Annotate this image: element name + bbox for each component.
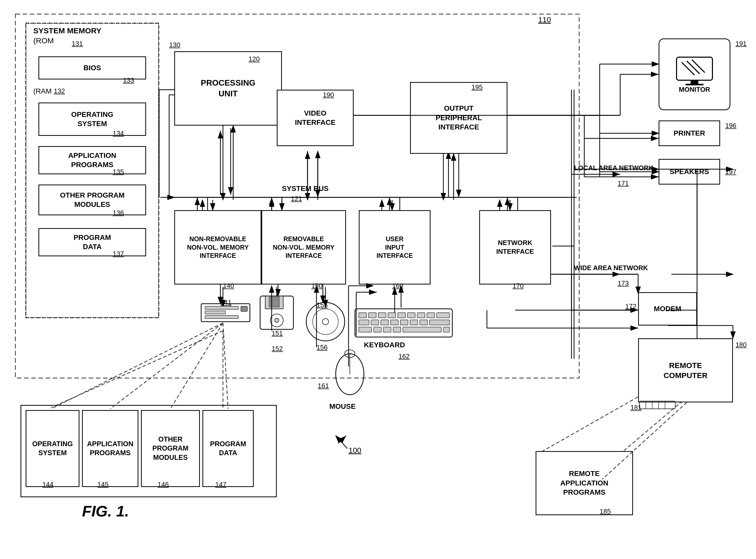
other-modules-bottom-box: OTHER PROGRAMMODULES	[141, 410, 200, 487]
svg-rect-72	[400, 320, 408, 325]
ref-162: 162	[398, 352, 410, 360]
ref-146: 146	[158, 480, 169, 489]
program-data-bottom-box: PROGRAMDATA	[203, 410, 254, 487]
ref-100: 100	[348, 446, 361, 455]
figure-label: FIG. 1.	[82, 502, 129, 520]
svg-rect-98	[639, 401, 675, 409]
svg-rect-88	[205, 315, 238, 319]
modem-connector-icon	[638, 400, 677, 412]
speakers-box: SPEAKERS	[659, 159, 720, 184]
ref-130: 130	[169, 41, 180, 49]
ref-196: 196	[725, 122, 736, 130]
svg-rect-79	[393, 327, 401, 332]
svg-rect-71	[391, 320, 398, 325]
svg-rect-77	[374, 327, 381, 332]
svg-rect-89	[241, 306, 247, 311]
svg-rect-67	[437, 313, 450, 318]
ref-144: 144	[42, 480, 53, 489]
svg-line-57	[692, 60, 705, 72]
operating-system-box: OPERATINGSYSTEM	[39, 103, 146, 136]
ref-155: 155	[317, 301, 327, 309]
program-data-box: PROGRAMDATA	[39, 228, 146, 256]
output-peripheral-box: OUTPUTPERIPHERALINTERFACE	[410, 82, 507, 154]
svg-line-55	[682, 62, 694, 75]
svg-rect-65	[417, 313, 425, 318]
ref-195: 195	[472, 83, 483, 91]
other-modules-box: OTHER PROGRAMMODULES	[39, 184, 146, 215]
ref-141: 141	[221, 298, 231, 307]
ref-140: 140	[223, 282, 234, 290]
svg-line-46	[51, 331, 223, 407]
processing-unit-box: PROCESSINGUNIT	[174, 51, 282, 126]
svg-rect-53	[691, 81, 698, 84]
ref-147: 147	[215, 480, 226, 489]
ref-172-modem: 172	[625, 303, 636, 310]
svg-rect-86	[205, 306, 238, 309]
lan-label: LOCAL AREA NETWORK	[574, 164, 654, 172]
system-memory-label: SYSTEM MEMORY (ROM	[33, 26, 101, 46]
svg-rect-92	[269, 297, 279, 307]
ref-173: 173	[618, 280, 628, 287]
svg-rect-62	[388, 313, 396, 318]
ref-110: 110	[538, 15, 551, 24]
svg-line-56	[687, 61, 700, 74]
modem-box: MODEM	[638, 292, 697, 326]
svg-line-149	[51, 323, 223, 409]
ref-181: 181	[631, 404, 641, 411]
non-removable-memory-box: NON-REMOVABLENON-VOL. MEMORYINTERFACE	[174, 210, 261, 285]
ref-161: 161	[318, 382, 329, 390]
ref-120: 120	[249, 55, 259, 63]
ref-136: 136	[113, 209, 124, 217]
svg-rect-61	[378, 313, 386, 318]
ref-133: 133	[123, 76, 134, 84]
svg-rect-80	[403, 327, 441, 332]
mouse-icon-container	[333, 346, 366, 397]
svg-point-97	[322, 319, 328, 325]
mouse-label: MOUSE	[329, 402, 356, 410]
svg-rect-81	[443, 327, 450, 332]
remote-computer-box: REMOTECOMPUTER	[638, 338, 733, 402]
network-interface-box: NETWORKINTERFACE	[479, 210, 551, 285]
monitor-box: MONITOR	[659, 39, 730, 110]
svg-rect-73	[410, 320, 418, 325]
keyboard-label: KEYBOARD	[364, 341, 405, 349]
ref-134: 134	[113, 130, 124, 137]
svg-rect-70	[381, 320, 389, 325]
ref-197: 197	[725, 168, 736, 176]
ref-191: 191	[735, 40, 747, 48]
svg-line-153	[336, 436, 347, 449]
ref-190: 190	[323, 91, 334, 99]
ref-145: 145	[97, 480, 108, 489]
ref-121: 121	[291, 195, 302, 203]
svg-rect-76	[359, 327, 372, 332]
svg-rect-78	[383, 327, 391, 332]
ref-171: 171	[618, 179, 628, 187]
svg-rect-64	[408, 313, 415, 318]
svg-rect-60	[368, 313, 376, 318]
ref-131: 131	[72, 40, 83, 48]
ref-137: 137	[113, 250, 124, 258]
svg-rect-66	[427, 313, 435, 318]
ref-135: 135	[113, 168, 124, 176]
svg-line-51	[338, 436, 346, 443]
svg-rect-63	[398, 313, 406, 318]
app-programs-bottom-box: APPLICATIONPROGRAMS	[82, 410, 138, 487]
application-programs-box: APPLICATIONPROGRAMS	[39, 146, 146, 174]
video-interface-box: VIDEOINTERFACE	[277, 90, 354, 146]
ref-156: 156	[317, 343, 327, 351]
user-input-interface-box: USERINPUTINTERFACE	[359, 210, 431, 285]
ref-151: 151	[272, 329, 283, 337]
svg-line-151	[170, 323, 223, 409]
floppy-disk-icon	[259, 295, 295, 331]
svg-point-94	[275, 318, 279, 322]
ref-132: 132	[54, 87, 65, 95]
svg-rect-87	[205, 311, 226, 314]
printer-box: PRINTER	[659, 120, 720, 146]
system-bus-label: SYSTEM BUS	[282, 184, 328, 193]
removable-memory-box: REMOVABLENON-VOL. MEMORYINTERFACE	[261, 210, 346, 285]
ram-label: (RAM	[33, 87, 52, 95]
svg-rect-59	[359, 313, 366, 318]
ref-150: 150	[312, 282, 322, 290]
svg-line-150	[110, 323, 223, 409]
svg-rect-74	[420, 320, 428, 325]
